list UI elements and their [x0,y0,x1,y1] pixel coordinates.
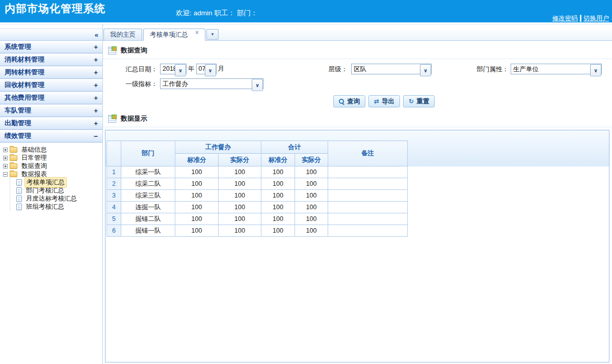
collapse-icon[interactable]: « [95,31,98,39]
sidebar-menu-performance-management[interactable]: 绩效管理− [0,130,102,143]
export-button[interactable]: ⇄ 导出 [368,95,400,107]
query-form: 汇总日期： 2018 ∨ 年 07 ∨ 月 [103,59,612,93]
year-suffix-label: 年 [188,65,195,73]
sidebar-menu-system-management[interactable]: 系统管理+ [0,41,102,53]
collapse-minus-icon[interactable]: − [94,132,98,140]
group1-header[interactable]: 工作督办 [175,141,261,154]
form-icon [108,47,116,54]
tree-expander-icon[interactable]: + [3,148,8,152]
tab-overflow-button[interactable]: ▼ [206,29,219,40]
rownum-header [107,141,121,166]
indicator-label: 一级指标： [103,80,157,89]
expand-plus-icon[interactable]: + [94,120,98,127]
dept-label: 部门： [237,9,258,17]
tree-children: 考核单项汇总 部门考核汇总 月度达标考核汇总 班组考核汇总 [10,178,100,211]
page-icon [16,204,22,210]
group2-header[interactable]: 合计 [261,141,328,154]
performance-tree: + 基础信息 + 日常管理 + 数据查询 − 数据报表 [0,143,102,211]
std-score-header[interactable]: 标准分 [261,154,295,166]
welcome-label: 欢迎: [176,9,192,17]
sidebar-menu-recycled-materials[interactable]: 回收材料管理+ [0,79,102,92]
expand-plus-icon[interactable]: + [94,107,98,115]
display-section-title: 数据显示 [121,114,147,123]
tree-node-basic-info[interactable]: + 基础信息 [3,146,100,154]
search-button[interactable]: 查询 [333,95,365,107]
std-score-header[interactable]: 标准分 [175,154,219,166]
open-folder-icon [10,172,17,177]
query-buttons: 查询 ⇄ 导出 ↻ 重置 [103,94,612,109]
dept-attr-select[interactable]: 生产单位 ∨ [511,64,602,74]
section-divider [103,127,612,127]
table-row[interactable]: 2 综采二队 100 100 100 100 [107,178,408,190]
tab-my-home[interactable]: 我的主页 [103,29,142,40]
expand-plus-icon[interactable]: + [94,69,98,76]
app-window: 内部市场化管理系统 欢迎:admin职工：部门： 修改密码|切换用户 « 系统管… [0,0,612,364]
tree-node-daily-management[interactable]: + 日常管理 [3,154,100,162]
expand-plus-icon[interactable]: + [94,56,98,64]
display-section-header: 数据显示 [103,112,612,125]
folder-icon [10,155,17,161]
remark-header[interactable]: 备注 [328,141,408,166]
sidebar-collapse-bar[interactable]: « [0,29,102,41]
chevron-down-icon: ▼ [210,32,215,37]
table-row[interactable]: 3 综采三队 100 100 100 100 [107,190,408,202]
tree-expander-icon[interactable]: + [3,164,8,169]
tree-collapse-icon[interactable]: − [3,172,8,177]
dept-header[interactable]: 部门 [121,141,175,166]
table-row[interactable]: 4 连掘一队 100 100 100 100 [107,202,408,213]
table-row[interactable]: 6 掘锚一队 100 100 100 100 [107,225,408,237]
expand-plus-icon[interactable]: + [94,43,98,51]
sidebar: « 系统管理+ 消耗材料管理+ 周转材料管理+ 回收材料管理+ 其他费用管理+ … [0,24,103,364]
reset-button[interactable]: ↻ 重置 [403,95,435,107]
chevron-down-icon[interactable]: ∨ [590,64,601,76]
summary-date-label: 汇总日期： [103,65,157,74]
sidebar-menu-other-expenses[interactable]: 其他费用管理+ [0,92,102,104]
sidebar-menu-fleet-management[interactable]: 车队管理+ [0,104,102,117]
folder-icon [10,147,17,153]
month-select[interactable]: 07 ∨ [196,64,217,74]
level-select[interactable]: 区队 ∨ [351,64,432,74]
reset-icon: ↻ [409,98,414,105]
search-icon [339,99,344,104]
tree-node-data-query[interactable]: + 数据查询 [3,162,100,170]
year-select[interactable]: 2018 ∨ [160,64,187,74]
level-label: 层级： [297,65,348,74]
chevron-down-icon[interactable]: ∨ [252,79,263,91]
page-icon [16,179,22,186]
app-header: 内部市场化管理系统 欢迎:admin职工：部门： 修改密码|切换用户 [0,0,612,22]
assessment-table: 部门 工作督办 合计 备注 标准分 实际分 标准分 实际分 [107,141,408,237]
table-row[interactable]: 1 综采一队 100 100 100 100 [107,166,408,178]
export-icon: ⇄ [374,98,379,105]
datagrid-panel: 部门 工作督办 合计 备注 标准分 实际分 标准分 实际分 [105,130,609,362]
act-score-header[interactable]: 实际分 [295,154,328,166]
welcome-user: admin [194,9,212,17]
chevron-down-icon[interactable]: ∨ [420,64,431,76]
query-section-header: 数据查询 [103,44,612,57]
expand-plus-icon[interactable]: + [94,94,98,102]
indicator-select[interactable]: 工作督办 ∨ [160,78,263,89]
page-icon [16,195,22,202]
page-icon [16,187,22,194]
tree-expander-icon[interactable]: + [3,156,8,160]
tab-close-icon[interactable]: × [195,29,199,36]
act-score-header[interactable]: 实际分 [219,154,261,166]
header-links: 修改密码|切换用户 [552,14,609,23]
sidebar-menu-turnover-materials[interactable]: 周转材料管理+ [0,66,102,79]
tab-bar: 我的主页 考核单项汇总 × ▼ [103,29,612,41]
query-section-title: 数据查询 [121,46,147,55]
app-title: 内部市场化管理系统 [5,2,105,16]
tree-leaf-team-assessment-summary[interactable]: 班组考核汇总 [10,203,100,211]
tab-assessment-item-summary[interactable]: 考核单项汇总 × [143,29,205,41]
change-password-link[interactable]: 修改密码 [552,15,578,22]
chevron-down-icon[interactable]: ∨ [205,64,216,76]
tab-content: 数据查询 汇总日期： 2018 ∨ 年 07 [103,41,612,364]
form-icon [108,115,116,123]
switch-user-link[interactable]: 切换用户 [583,15,609,22]
table-row[interactable]: 5 掘锚二队 100 100 100 100 [107,213,408,225]
sidebar-menu-consumable-materials[interactable]: 消耗材料管理+ [0,53,102,66]
link-divider: | [580,15,581,22]
chevron-down-icon[interactable]: ∨ [175,64,186,76]
month-suffix-label: 月 [218,65,225,73]
expand-plus-icon[interactable]: + [94,81,98,89]
sidebar-menu-attendance-management[interactable]: 出勤管理+ [0,117,102,130]
